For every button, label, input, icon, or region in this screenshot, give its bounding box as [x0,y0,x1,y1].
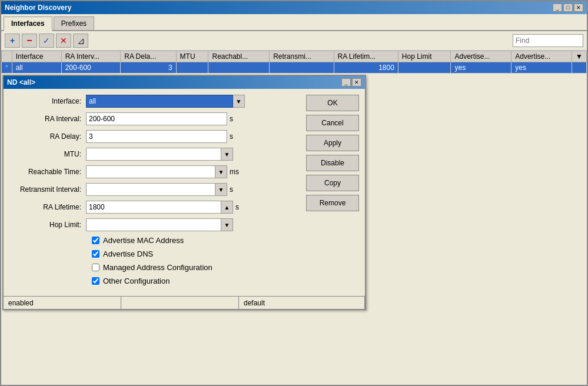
dialog-title-text: ND <all> [7,78,35,86]
title-bar: Neighbor Discovery _ □ ✕ [1,1,587,14]
filter-button[interactable]: ⊿ [73,34,88,48]
row-interface: all [12,62,61,74]
disable-button[interactable]: Disable [306,155,359,171]
content-area: ND <all> _ ✕ Interface: all ▼ [1,74,587,385]
cross-button[interactable]: ✕ [56,34,71,48]
dialog-form: Interface: all ▼ RA Interval: s [9,95,300,290]
col-ra-lifetime[interactable]: RA Lifetim... [334,51,398,62]
reachable-time-input[interactable] [86,165,215,178]
interface-row: Interface: all ▼ [9,95,300,108]
hop-limit-input[interactable] [86,218,221,231]
ra-delay-input[interactable] [86,130,227,143]
close-button[interactable]: ✕ [574,4,583,12]
ra-delay-row: RA Delay: s [9,130,300,143]
ra-interval-unit: s [230,115,233,123]
col-star [2,51,12,62]
table-area: Interface RA Interv... RA Dela... MTU Re… [1,51,587,74]
status-middle [121,297,239,309]
dialog-body: Interface: all ▼ RA Interval: s [4,89,365,296]
mtu-row: MTU: ▼ [9,148,300,161]
row-reachable [208,62,270,74]
dialog-buttons: OK Cancel Apply Disable Copy Remove [306,95,359,290]
mtu-input-wrapper: ▼ [86,148,233,161]
row-mtu [176,62,208,74]
other-config-label: Other Configuration [103,277,170,285]
advertise-dns-checkbox[interactable] [92,250,99,258]
ok-button[interactable]: OK [306,95,359,111]
mtu-dropdown-btn[interactable]: ▼ [221,148,233,161]
retransmit-input[interactable] [86,183,215,196]
row-hop-limit [398,62,451,74]
hop-limit-wrapper: ▼ [86,218,233,231]
reachable-dropdown-btn[interactable]: ▼ [215,165,227,178]
dialog-title-buttons: _ ✕ [341,78,361,86]
dialog-close-button[interactable]: ✕ [352,78,361,86]
toolbar: + − ✓ ✕ ⊿ [1,31,587,51]
window-title: Neighbor Discovery [5,4,71,12]
mtu-label: MTU: [9,150,86,158]
remove-dialog-button[interactable]: Remove [306,195,359,211]
advertise-mac-checkbox[interactable] [92,237,99,244]
retransmit-row: Retransmit Interval: ▼ s [9,183,300,196]
other-config-checkbox[interactable] [92,277,99,285]
ra-lifetime-label: RA Lifetime: [9,203,86,211]
managed-address-row: Managed Address Configuration [92,263,300,272]
col-mtu[interactable]: MTU [176,51,208,62]
ra-delay-label: RA Delay: [9,132,86,141]
row-ra-delay: 3 [121,62,176,74]
row-advertise2: yes [511,62,572,74]
status-enabled: enabled [4,297,121,309]
add-button[interactable]: + [5,34,20,48]
col-advertise2[interactable]: Advertise... [511,51,572,62]
row-star: * [2,62,12,74]
main-window: Neighbor Discovery _ □ ✕ Interfaces Pref… [0,0,588,386]
apply-button[interactable]: Apply [306,135,359,151]
tab-interfaces[interactable]: Interfaces [4,16,52,31]
ra-lifetime-up-btn[interactable]: ▲ [221,201,233,214]
table-row[interactable]: * all 200-600 3 1800 yes yes [2,62,587,74]
minimize-button[interactable]: _ [553,4,562,12]
retransmit-dropdown-btn[interactable]: ▼ [215,183,227,196]
managed-address-label: Managed Address Configuration [103,263,212,272]
ra-interval-row: RA Interval: s [9,112,300,125]
row-ra-lifetime: 1800 [334,62,398,74]
other-config-row: Other Configuration [92,277,300,285]
row-extra [572,62,587,74]
maximize-button[interactable]: □ [563,4,573,12]
remove-button[interactable]: − [22,34,37,48]
col-advertise1[interactable]: Advertise... [451,51,511,62]
interface-value[interactable]: all [86,95,233,108]
ra-interval-input[interactable] [86,112,227,125]
col-ra-interval[interactable]: RA Interv... [61,51,121,62]
col-reachable[interactable]: Reachabl... [208,51,270,62]
retransmit-input-wrapper: ▼ [86,183,227,196]
mtu-input[interactable] [86,148,221,161]
col-ra-delay[interactable]: RA Dela... [121,51,176,62]
dialog-minimize-button[interactable]: _ [341,78,351,86]
interface-dropdown-btn[interactable]: ▼ [233,95,245,108]
check-button[interactable]: ✓ [39,34,54,48]
advertise-dns-label: Advertise DNS [103,249,153,258]
reachable-time-label: Reachable Time: [9,168,86,176]
tab-prefixes[interactable]: Prefixes [54,16,94,30]
col-expand[interactable]: ▼ [572,51,587,62]
advertise-dns-row: Advertise DNS [92,249,300,258]
interface-select-wrapper: all ▼ [86,95,245,108]
cancel-button[interactable]: Cancel [306,115,359,131]
managed-address-checkbox[interactable] [92,264,99,271]
find-input[interactable] [513,34,583,47]
col-hop-limit[interactable]: Hop Limit [398,51,451,62]
col-interface[interactable]: Interface [12,51,61,62]
reachable-time-row: Reachable Time: ▼ ms [9,165,300,178]
row-retransmit [270,62,334,74]
col-retransmit[interactable]: Retransmi... [270,51,334,62]
advertise-mac-label: Advertise MAC Address [103,236,184,245]
hop-limit-dropdown-btn[interactable]: ▼ [221,218,233,231]
ra-lifetime-row: RA Lifetime: ▲ s [9,201,300,214]
ra-lifetime-input[interactable] [86,201,221,214]
nd-dialog: ND <all> _ ✕ Interface: all ▼ [2,75,366,310]
ra-lifetime-unit: s [235,203,239,211]
hop-limit-label: Hop Limit: [9,221,86,229]
copy-button[interactable]: Copy [306,175,359,191]
ra-delay-unit: s [230,132,233,141]
